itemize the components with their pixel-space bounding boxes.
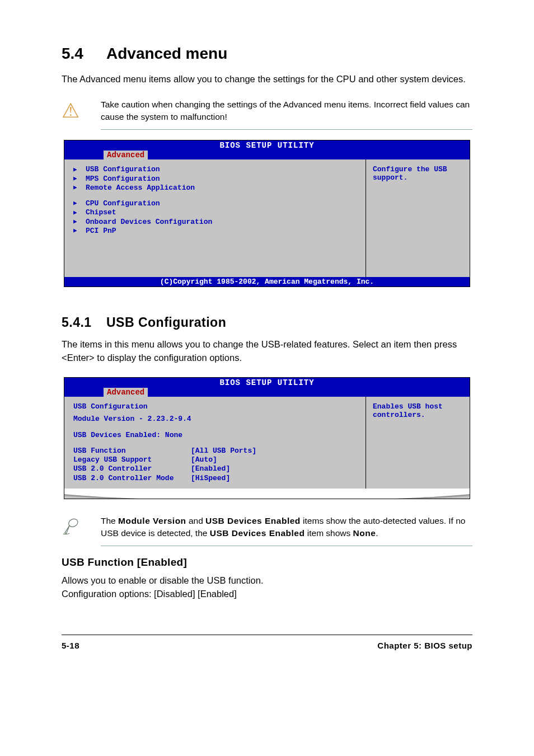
bios-menuitem-label: USB Configuration: [86, 165, 160, 174]
bios-body: USB Configuration Module Version - 2.23.…: [64, 397, 470, 489]
bios-menuitem-label: CPU Configuration: [86, 199, 160, 208]
bios-field-row: USB 2.0 Controller[Enabled]: [73, 464, 357, 473]
bios-section-title: USB Configuration: [73, 402, 357, 411]
bios-tab-advanced: Advanced: [104, 388, 148, 397]
bios-menuitem: ▶PCI PnP: [73, 227, 357, 236]
bios-field-value: [All USB Ports]: [191, 447, 256, 456]
note-bold-run: USB Devices Enabled: [210, 528, 305, 538]
page-footer: 5-18 Chapter 5: BIOS setup: [62, 635, 472, 650]
bios-field-row: USB 2.0 Controller Mode[HiSpeed]: [73, 474, 357, 483]
bios-help-pane: Configure the USB support.: [366, 159, 470, 277]
note-text-run: and: [186, 516, 205, 525]
section-heading: 5.4Advanced menu: [62, 45, 472, 63]
note-bold-run: Module Version: [118, 516, 186, 525]
note-bold-run: None: [353, 528, 376, 538]
bios-field-value: [Auto]: [191, 456, 217, 464]
bios-header: BIOS SETUP UTILITY Advanced: [64, 378, 470, 397]
bios-field-row: USB Function[All USB Ports]: [73, 447, 357, 456]
bios-module-version: Module Version - 2.23.2-9.4: [73, 415, 357, 424]
bios-field-value: [HiSpeed]: [191, 474, 230, 483]
bios-field-value: [Enabled]: [191, 464, 230, 473]
warning-callout: ⚠ Take caution when changing the setting…: [62, 98, 472, 130]
subsection-intro: The items in this menu allows you to cha…: [62, 338, 472, 365]
bios-field-label: USB Function: [73, 447, 191, 456]
bios-menuitem: ▶Onboard Devices Configuration: [73, 218, 357, 227]
bios-left-pane: ▶USB Configuration ▶MPS Configuration ▶R…: [64, 159, 366, 277]
subsection-heading: 5.4.1USB Configuration: [62, 315, 472, 330]
note-text: The Module Version and USB Devices Enabl…: [101, 515, 472, 546]
triangle-right-icon: ▶: [73, 200, 86, 208]
bios-menuitem-label: Onboard Devices Configuration: [86, 218, 212, 227]
bios-left-pane: USB Configuration Module Version - 2.23.…: [64, 397, 366, 489]
bios-title: BIOS SETUP UTILITY: [64, 378, 470, 388]
note-icon: [62, 515, 101, 536]
note-text-run: The: [101, 516, 118, 525]
subsection-number: 5.4.1: [62, 315, 106, 330]
bios-menuitem-label: MPS Configuration: [86, 175, 160, 184]
triangle-right-icon: ▶: [73, 175, 86, 183]
triangle-right-icon: ▶: [73, 209, 86, 217]
option-desc-line: Allows you to enable or disable the USB …: [62, 574, 472, 588]
bios-field-label: USB 2.0 Controller: [73, 464, 191, 473]
section-title-text: Advanced menu: [106, 45, 227, 62]
bios-menuitem: ▶CPU Configuration: [73, 199, 357, 208]
warning-icon: ⚠: [62, 98, 101, 121]
note-text-run: .: [376, 528, 378, 538]
bios-field-label: USB 2.0 Controller Mode: [73, 474, 191, 483]
intro-paragraph: The Advanced menu items allow you to cha…: [62, 73, 472, 86]
section-number: 5.4: [62, 45, 106, 63]
bios-screen-usb-config: BIOS SETUP UTILITY Advanced USB Configur…: [64, 377, 470, 499]
bios-help-pane: Enables USB host controllers.: [366, 397, 470, 489]
triangle-right-icon: ▶: [73, 166, 86, 174]
bios-copyright: (C)Copyright 1985-2002, American Megatre…: [64, 277, 470, 287]
warning-text: Take caution when changing the settings …: [101, 98, 472, 130]
bios-menuitem-label: Remote Access Application: [86, 184, 195, 192]
bios-screen-advanced-menu: BIOS SETUP UTILITY Advanced ▶USB Configu…: [64, 140, 470, 287]
bios-menuitem: ▶USB Configuration: [73, 165, 357, 174]
note-callout: The Module Version and USB Devices Enabl…: [62, 515, 472, 546]
bios-devices-enabled: USB Devices Enabled: None: [73, 431, 357, 440]
bios-field-label: Legacy USB Support: [73, 456, 191, 464]
bios-tab-advanced: Advanced: [104, 151, 148, 159]
option-heading: USB Function [Enabled]: [62, 556, 472, 569]
triangle-right-icon: ▶: [73, 227, 86, 235]
bios-body: ▶USB Configuration ▶MPS Configuration ▶R…: [64, 159, 470, 277]
note-text-run: item shows: [305, 528, 353, 538]
bios-menuitem: ▶Remote Access Application: [73, 184, 357, 192]
bios-menuitem: ▶MPS Configuration: [73, 175, 357, 184]
bios-field-row: Legacy USB Support[Auto]: [73, 456, 357, 464]
subsection-title-text: USB Configuration: [106, 315, 226, 330]
bios-menuitem-label: PCI PnP: [86, 227, 116, 236]
page-cut-decoration: [64, 489, 470, 499]
option-options-line: Configuration options: [Disabled] [Enabl…: [62, 588, 472, 601]
bios-menuitem-label: Chipset: [86, 208, 116, 217]
triangle-right-icon: ▶: [73, 184, 86, 192]
bios-title: BIOS SETUP UTILITY: [64, 140, 470, 151]
triangle-right-icon: ▶: [73, 218, 86, 226]
bios-menuitem: ▶Chipset: [73, 208, 357, 217]
note-bold-run: USB Devices Enabled: [205, 516, 301, 525]
chapter-label: Chapter 5: BIOS setup: [377, 641, 472, 650]
bios-header: BIOS SETUP UTILITY Advanced: [64, 140, 470, 159]
page-number: 5-18: [62, 641, 79, 650]
